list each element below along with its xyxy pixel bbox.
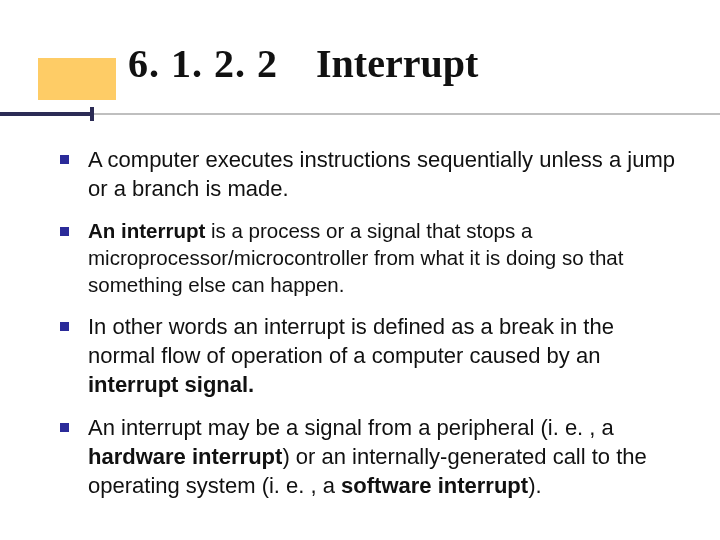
bullet-text: An interrupt may be a signal from a peri… xyxy=(88,415,614,440)
bullet-bold: software interrupt xyxy=(341,473,528,498)
accent-box xyxy=(38,58,116,100)
bullet-text: A computer executes instructions sequent… xyxy=(88,147,675,201)
rule-tick xyxy=(90,107,94,121)
list-item: An interrupt is a process or a signal th… xyxy=(60,217,682,298)
title-number: 6. 1. 2. 2 xyxy=(128,40,278,87)
slide: 6. 1. 2. 2 Interrupt A computer executes… xyxy=(0,0,720,540)
bullet-text: In other words an interrupt is defined a… xyxy=(88,314,614,368)
title-text: Interrupt xyxy=(316,40,478,87)
slide-title: 6. 1. 2. 2 Interrupt xyxy=(128,40,682,87)
rule-grey xyxy=(0,113,720,115)
list-item: A computer executes instructions sequent… xyxy=(60,145,682,203)
bullet-bold: hardware interrupt xyxy=(88,444,282,469)
list-item: An interrupt may be a signal from a peri… xyxy=(60,413,682,500)
bullet-bold: An interrupt xyxy=(88,219,205,242)
bullet-bold: interrupt signal. xyxy=(88,372,254,397)
list-item: In other words an interrupt is defined a… xyxy=(60,312,682,399)
bullet-text: ). xyxy=(528,473,541,498)
rule-dark xyxy=(0,112,94,116)
bullet-list: A computer executes instructions sequent… xyxy=(38,145,682,500)
title-rule xyxy=(38,113,682,121)
